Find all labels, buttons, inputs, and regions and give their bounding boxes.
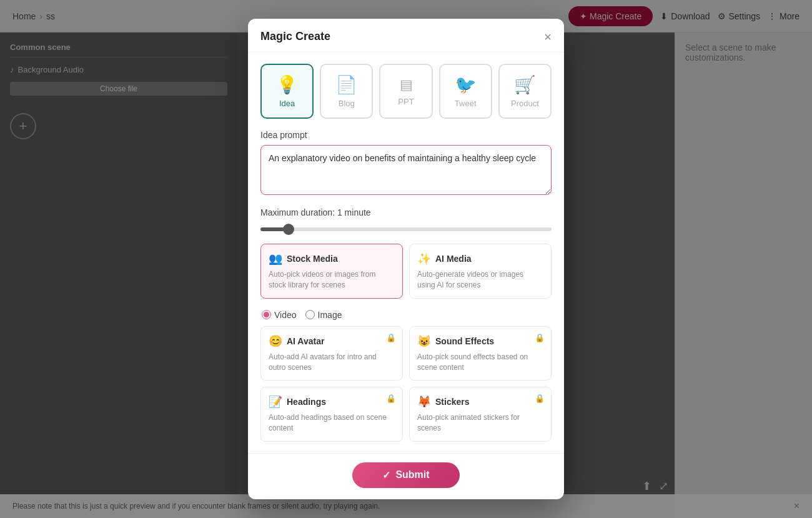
sound-effects-icon: 😺 bbox=[417, 334, 431, 348]
radio-row: Video Image bbox=[260, 310, 552, 320]
tab-product[interactable]: 🛒 Product bbox=[498, 64, 552, 119]
stickers-lock-icon: 🔒 bbox=[535, 394, 545, 403]
tab-idea[interactable]: 💡 Idea bbox=[260, 64, 314, 119]
tab-idea-label: Idea bbox=[279, 99, 295, 108]
sound-effects-desc: Auto-pick sound effects based on scene c… bbox=[417, 352, 543, 373]
feature-card-stickers[interactable]: 🔒 🦊 Stickers Auto-pick animated stickers… bbox=[409, 387, 552, 442]
duration-label: Maximum duration: 1 minute bbox=[260, 207, 552, 217]
stickers-icon: 🦊 bbox=[417, 395, 431, 409]
submit-check-icon: ✓ bbox=[382, 469, 390, 481]
tab-blog[interactable]: 📄 Blog bbox=[320, 64, 373, 119]
tab-tweet-label: Tweet bbox=[455, 99, 477, 108]
type-tabs: 💡 Idea 📄 Blog ▤ PPT 🐦 Tweet 🛒 Prod bbox=[260, 64, 552, 119]
magic-create-modal: Magic Create × 💡 Idea 📄 Blog ▤ PPT bbox=[248, 19, 564, 499]
radio-video-label[interactable]: Video bbox=[262, 310, 297, 320]
ai-avatar-header: 😊 AI Avatar bbox=[269, 334, 395, 348]
tab-ppt[interactable]: ▤ PPT bbox=[379, 64, 432, 119]
tweet-icon: 🐦 bbox=[455, 74, 477, 95]
headings-lock-icon: 🔒 bbox=[386, 394, 396, 403]
modal-overlay: Magic Create × 💡 Idea 📄 Blog ▤ PPT bbox=[0, 0, 812, 518]
stock-media-desc: Auto-pick videos or images from stock li… bbox=[269, 269, 395, 291]
stock-media-icon: 👥 bbox=[269, 252, 282, 266]
feature-grid: 👥 Stock Media Auto-pick videos or images… bbox=[260, 244, 552, 442]
modal-close-button[interactable]: × bbox=[544, 31, 552, 43]
modal-body: 💡 Idea 📄 Blog ▤ PPT 🐦 Tweet 🛒 Prod bbox=[248, 52, 564, 453]
ai-media-desc: Auto-generate videos or images using AI … bbox=[417, 269, 543, 291]
ai-avatar-icon: 😊 bbox=[269, 334, 282, 348]
modal-header: Magic Create × bbox=[248, 19, 564, 52]
feature-card-stock-media[interactable]: 👥 Stock Media Auto-pick videos or images… bbox=[260, 244, 403, 299]
radio-video[interactable] bbox=[262, 310, 271, 319]
tab-ppt-label: PPT bbox=[398, 97, 413, 106]
idea-icon: 💡 bbox=[276, 74, 298, 95]
feature-card-ai-media[interactable]: ✨ AI Media Auto-generate videos or image… bbox=[409, 244, 552, 299]
stickers-header: 🦊 Stickers bbox=[417, 395, 543, 409]
modal-footer: ✓ Submit bbox=[248, 453, 564, 499]
prompt-textarea[interactable]: An explanatory video on benefits of main… bbox=[260, 145, 552, 195]
ppt-icon: ▤ bbox=[400, 77, 413, 93]
prompt-label: Idea prompt bbox=[260, 130, 552, 140]
ai-avatar-desc: Auto-add AI avatars for intro and outro … bbox=[269, 352, 395, 373]
submit-label: Submit bbox=[395, 469, 429, 481]
stickers-title: Stickers bbox=[435, 397, 469, 407]
headings-header: 📝 Headings bbox=[269, 395, 395, 409]
sound-effects-title: Sound Effects bbox=[435, 336, 494, 346]
product-icon: 🛒 bbox=[514, 74, 536, 95]
headings-icon: 📝 bbox=[269, 395, 282, 409]
slider-container bbox=[260, 222, 552, 234]
radio-row-container: Video Image bbox=[260, 305, 552, 320]
headings-desc: Auto-add headings based on scene content bbox=[269, 412, 395, 434]
feature-card-sound-effects[interactable]: 🔒 😺 Sound Effects Auto-pick sound effect… bbox=[409, 326, 552, 381]
modal-title: Magic Create bbox=[260, 30, 330, 43]
blog-icon: 📄 bbox=[335, 74, 357, 95]
tab-blog-label: Blog bbox=[339, 99, 355, 108]
tab-tweet[interactable]: 🐦 Tweet bbox=[439, 64, 492, 119]
stock-media-header: 👥 Stock Media bbox=[269, 252, 395, 266]
radio-image[interactable] bbox=[305, 310, 315, 319]
radio-image-label[interactable]: Image bbox=[305, 310, 342, 320]
feature-card-headings[interactable]: 🔒 📝 Headings Auto-add headings based on … bbox=[260, 387, 403, 442]
feature-card-ai-avatar[interactable]: 🔒 😊 AI Avatar Auto-add AI avatars for in… bbox=[260, 326, 403, 381]
submit-button[interactable]: ✓ Submit bbox=[352, 462, 459, 488]
duration-slider[interactable] bbox=[260, 227, 552, 231]
ai-media-header: ✨ AI Media bbox=[417, 252, 543, 266]
sound-effects-lock-icon: 🔒 bbox=[535, 333, 545, 342]
radio-video-text: Video bbox=[274, 310, 297, 320]
ai-avatar-title: AI Avatar bbox=[287, 336, 324, 346]
ai-avatar-lock-icon: 🔒 bbox=[386, 333, 396, 342]
tab-product-label: Product bbox=[511, 99, 539, 108]
ai-media-icon: ✨ bbox=[417, 252, 431, 266]
stickers-desc: Auto-pick animated stickers for scenes bbox=[417, 412, 543, 434]
radio-image-text: Image bbox=[318, 310, 342, 320]
stock-media-title: Stock Media bbox=[287, 254, 338, 264]
ai-media-title: AI Media bbox=[435, 254, 472, 264]
sound-effects-header: 😺 Sound Effects bbox=[417, 334, 543, 348]
headings-title: Headings bbox=[287, 397, 326, 407]
